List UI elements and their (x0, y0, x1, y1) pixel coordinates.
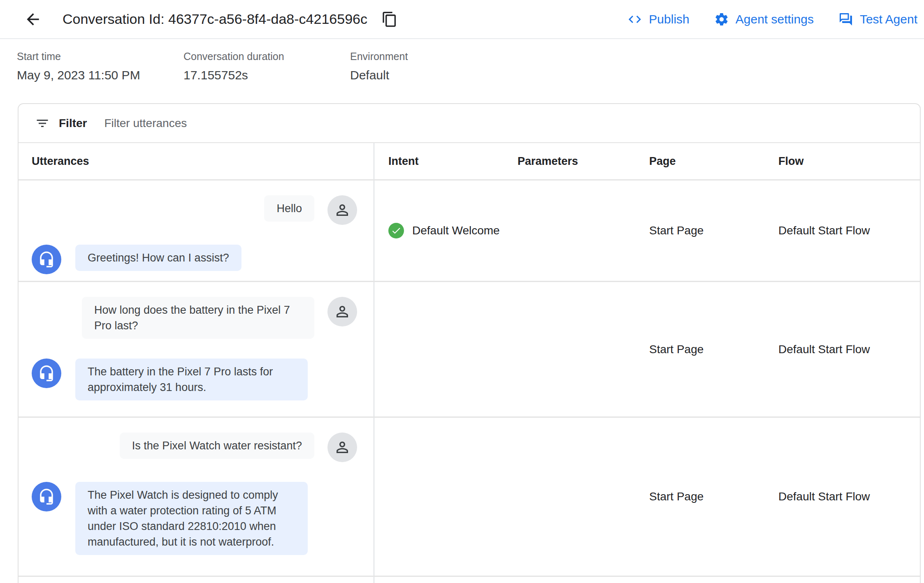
agent-message: The battery in the Pixel 7 Pro lasts for… (32, 359, 357, 400)
arrow-back-icon (24, 10, 42, 28)
test-agent-label: Test Agent (860, 12, 917, 26)
table-row: Hello Greetings! How can I assist? (19, 180, 920, 282)
page-title: Conversation Id: 46377c-a56-8f4-da8-c421… (63, 11, 367, 27)
row-details: Default Welcome Intent Start Page Defaul… (374, 180, 920, 281)
agent-response-bubble: Greetings! How can I assist? (75, 245, 241, 271)
flow-cell: Default Start Flow (778, 490, 920, 503)
headset-icon (38, 365, 55, 382)
agent-avatar (32, 245, 61, 274)
info-label: Conversation duration (183, 51, 350, 62)
info-start-time: Start time May 9, 2023 11:50 PM (17, 51, 183, 82)
conversation-info: Start time May 9, 2023 11:50 PM Conversa… (0, 39, 924, 82)
gear-icon (714, 12, 729, 27)
column-header-parameters: Parameters (518, 155, 649, 168)
info-label: Start time (17, 51, 183, 62)
utterances-cell: Is the Pixel Watch water resistant? The … (19, 418, 374, 576)
intent-name: Default Welcome Intent (412, 224, 499, 237)
headset-icon (38, 251, 55, 268)
table-row: How long does the battery in the Pixel 7… (19, 282, 920, 418)
check-icon (391, 225, 402, 236)
person-icon (334, 201, 351, 219)
copy-conversation-id-button[interactable] (381, 11, 398, 28)
info-value: May 9, 2023 11:50 PM (17, 68, 183, 82)
utterances-cell: Hello Greetings! How can I assist? (19, 180, 374, 281)
table-header: Utterances Intent Parameters Page Flow (19, 143, 920, 180)
utterances-cell: How long does the battery in the Pixel 7… (19, 282, 374, 416)
publish-label: Publish (649, 12, 689, 26)
info-duration: Conversation duration 17.155752s (183, 51, 350, 82)
user-avatar (327, 195, 357, 225)
column-header-utterances: Utterances (19, 143, 374, 179)
row-details: Start Page Default Start Flow (374, 282, 920, 416)
intent-matched-icon (388, 223, 404, 238)
appbar-actions: Publish Agent settings Test Agent (627, 12, 917, 27)
flow-cell: Default Start Flow (778, 224, 920, 237)
user-message: Is the Pixel Watch water resistant? (32, 433, 357, 462)
agent-avatar (32, 359, 61, 388)
test-agent-button[interactable]: Test Agent (838, 12, 917, 27)
user-avatar (327, 297, 357, 326)
column-header-page: Page (649, 155, 778, 168)
table-row: Is the Pixel Watch water resistant? The … (19, 418, 920, 577)
agent-message: The Pixel Watch is designed to comply wi… (32, 482, 357, 555)
chat-bubbles-icon (838, 12, 853, 27)
user-utterance-bubble: Hello (264, 195, 314, 222)
filter-list-icon (35, 116, 50, 131)
agent-settings-button[interactable]: Agent settings (714, 12, 814, 27)
publish-button[interactable]: Publish (627, 12, 689, 27)
user-message: How long does the battery in the Pixel 7… (32, 297, 357, 339)
person-icon (334, 303, 351, 320)
user-avatar (327, 433, 357, 462)
info-value: Default (350, 68, 517, 82)
agent-avatar (32, 482, 61, 511)
conversation-card: Filter Utterances Intent Parameters Page… (18, 103, 921, 583)
page-cell: Start Page (649, 224, 778, 237)
column-header-intent: Intent (388, 155, 518, 168)
user-message: Hello (32, 195, 357, 225)
app-header: Conversation Id: 46377c-a56-8f4-da8-c421… (0, 0, 924, 39)
agent-response-bubble: The battery in the Pixel 7 Pro lasts for… (75, 359, 308, 400)
user-utterance-bubble: How long does the battery in the Pixel 7… (82, 297, 314, 339)
code-icon (627, 12, 642, 27)
agent-message: Greetings! How can I assist? (32, 245, 357, 274)
row-details: Start Page Default Start Flow (374, 418, 920, 576)
headset-icon (38, 488, 55, 505)
column-header-flow: Flow (778, 155, 920, 168)
info-value: 17.155752s (183, 68, 350, 82)
person-icon (334, 439, 351, 456)
agent-settings-label: Agent settings (736, 12, 814, 26)
info-environment: Environment Default (350, 51, 517, 82)
back-button[interactable] (24, 10, 42, 28)
info-label: Environment (350, 51, 517, 62)
copy-icon (381, 11, 398, 28)
user-utterance-bubble: Is the Pixel Watch water resistant? (120, 433, 314, 459)
filter-utterances-input[interactable] (104, 117, 474, 130)
page-cell: Start Page (649, 490, 778, 503)
page-cell: Start Page (649, 343, 778, 356)
agent-response-bubble: The Pixel Watch is designed to comply wi… (75, 482, 308, 555)
table-row (19, 577, 920, 583)
filter-bar: Filter (19, 104, 920, 143)
intent-cell: Default Welcome Intent (388, 223, 499, 238)
flow-cell: Default Start Flow (778, 343, 920, 356)
filter-label: Filter (59, 117, 87, 130)
